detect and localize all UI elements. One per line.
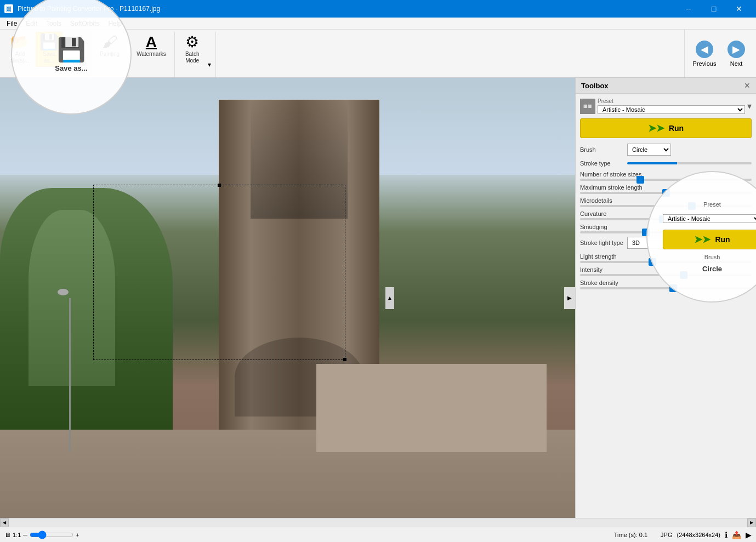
stroke-density-thumb[interactable] xyxy=(669,284,677,292)
zoom-plus[interactable]: + xyxy=(76,532,79,538)
ribbon: 💾 Save as... 📂 Addfile(s)... 💾 Saveas...… xyxy=(0,30,756,78)
microdetails-thumb[interactable] xyxy=(688,202,696,210)
next-button[interactable]: ▶ Next xyxy=(721,32,752,76)
brush-dropdown[interactable]: Circle Square xyxy=(627,144,671,156)
maximize-button[interactable]: □ xyxy=(701,0,726,18)
light-strength-thumb[interactable] xyxy=(649,258,656,266)
menu-file[interactable]: File xyxy=(2,19,21,28)
menu-bar: File Edit Tools SoftOrbits Help xyxy=(0,18,756,30)
status-bar: 🖥 1:1 ─ + Time (s): 0.1 JPG (2448x3264x2… xyxy=(0,527,756,542)
batch-mode-label: BatchMode xyxy=(185,51,200,64)
save-as-icon: 💾 xyxy=(39,35,59,50)
num-stroke-sizes-thumb[interactable] xyxy=(636,176,644,184)
menu-edit[interactable]: Edit xyxy=(21,19,42,28)
title-bar-left: 🖼 Picture to Painting Converter Pro - P1… xyxy=(4,4,160,13)
watermarks-button[interactable]: A Watermarks xyxy=(133,32,170,60)
menu-softorbits[interactable]: SoftOrbits xyxy=(66,19,104,28)
canvas-area[interactable]: ▶ ▲ xyxy=(0,78,575,518)
stroke-light-type-dropdown[interactable]: 3D 2D None xyxy=(627,237,671,249)
share-icon[interactable]: 📤 xyxy=(732,530,741,539)
scroll-track[interactable] xyxy=(9,518,747,527)
intensity-track[interactable] xyxy=(580,274,752,276)
lamp-post xyxy=(69,298,71,452)
redo-button[interactable]: ↪ xyxy=(72,46,87,60)
intensity-thumb[interactable] xyxy=(680,271,687,279)
num-stroke-sizes-track[interactable] xyxy=(580,179,752,181)
scroll-right-button[interactable]: ▶ xyxy=(747,518,756,527)
stroke-density-section: Stroke density xyxy=(580,279,752,289)
scroll-right-arrow[interactable]: ▶ xyxy=(564,287,575,309)
toolbox-body: ▦▦ Preset Artistic - Mosaic Oil Painting… xyxy=(576,94,756,518)
toolbox-close-button[interactable]: ✕ xyxy=(744,81,751,90)
background-buildings xyxy=(316,364,547,452)
brush-label: Brush xyxy=(580,146,624,153)
curvature-track[interactable] xyxy=(580,218,752,220)
processing-time: Time (s): 0.1 xyxy=(614,532,647,538)
smudging-label: Smudging xyxy=(580,224,752,230)
undo-label: Undo xyxy=(73,60,86,66)
batch-mode-icon: ⚙ xyxy=(185,35,199,50)
smudging-thumb[interactable] xyxy=(642,229,650,236)
max-stroke-length-thumb[interactable] xyxy=(662,189,670,197)
smudging-section: Smudging xyxy=(580,224,752,233)
smudging-track[interactable] xyxy=(580,231,752,233)
ribbon-file-group: 📂 Addfile(s)... 💾 Saveas... xyxy=(2,32,67,77)
batch-mode-button[interactable]: ⚙ BatchMode xyxy=(179,32,206,67)
title-bar: 🖼 Picture to Painting Converter Pro - P1… xyxy=(0,0,756,18)
max-stroke-length-track[interactable] xyxy=(580,192,752,194)
microdetails-track[interactable] xyxy=(580,205,752,207)
save-as-button[interactable]: 💾 Saveas... xyxy=(36,32,62,67)
preset-row: ▦▦ Preset Artistic - Mosaic Oil Painting… xyxy=(580,98,752,114)
file-dimensions: (2448x3264x24) xyxy=(677,532,720,538)
zoom-level: 1:1 xyxy=(13,532,21,538)
microdetails-label: Microdetails xyxy=(580,197,752,204)
undo-icon: ↩ xyxy=(76,33,83,44)
painting-button[interactable]: 🖌 Painting xyxy=(96,32,123,60)
ribbon-painting-group: 🖌 Painting xyxy=(92,32,128,77)
undo-button[interactable]: ↩ xyxy=(72,32,87,45)
add-files-label: Addfile(s)... xyxy=(11,51,29,64)
menu-help[interactable]: Help xyxy=(104,19,126,28)
stroke-light-type-row: Stroke light type 3D 2D None xyxy=(580,237,752,249)
preset-expand-icon: ▾ xyxy=(747,101,752,111)
tower-top xyxy=(251,100,347,219)
panel-collapse-arrow[interactable]: ▲ xyxy=(385,287,394,309)
microdetails-section: Microdetails xyxy=(580,197,752,207)
minimize-button[interactable]: ─ xyxy=(676,0,701,18)
intensity-section: Intensity xyxy=(580,266,752,276)
previous-button[interactable]: ◀ Previous xyxy=(689,32,720,76)
light-strength-label: Light strength xyxy=(580,253,752,260)
menu-tools[interactable]: Tools xyxy=(42,19,66,28)
zoom-minus[interactable]: ─ xyxy=(23,532,27,538)
file-format: JPG xyxy=(661,532,672,538)
add-files-button[interactable]: 📂 Addfile(s)... xyxy=(7,32,33,67)
curvature-thumb[interactable] xyxy=(659,215,667,223)
run-button[interactable]: ➤➤ Run xyxy=(580,118,752,138)
ribbon-watermarks-group: A Watermarks xyxy=(128,32,175,77)
preset-dropdown[interactable]: Artistic - Mosaic Oil Painting Watercolo… xyxy=(598,105,745,114)
redo-icon: ↪ xyxy=(76,48,83,58)
scroll-left-button[interactable]: ◀ xyxy=(0,518,9,527)
previous-icon: ◀ xyxy=(696,41,713,58)
curvature-section: Curvature xyxy=(580,210,752,220)
zoom-icon: 🖥 xyxy=(4,532,10,538)
close-button[interactable]: ✕ xyxy=(726,0,752,18)
toolbox-panel: Preset Artistic - Mosaic ➤➤ Run Brush Ci… xyxy=(575,78,756,518)
app-icon: 🖼 xyxy=(4,4,13,13)
light-strength-section: Light strength xyxy=(580,253,752,263)
previous-label: Previous xyxy=(693,60,717,67)
painting-label: Painting xyxy=(100,51,120,58)
brush-row: Brush Circle Square xyxy=(580,144,752,156)
next-icon: ▶ xyxy=(727,41,745,58)
horizontal-scrollbar: ◀ ▶ xyxy=(0,518,756,527)
tree-2 xyxy=(29,210,115,386)
num-stroke-sizes-label: Number of stroke sizes xyxy=(580,171,752,178)
intensity-label: Intensity xyxy=(580,266,752,273)
ribbon-batch-group: ⚙ BatchMode ▾ xyxy=(175,32,216,77)
stroke-type-slider[interactable] xyxy=(627,162,752,164)
zoom-slider[interactable] xyxy=(30,530,73,539)
stroke-density-track[interactable] xyxy=(580,287,752,289)
youtube-icon[interactable]: ▶ xyxy=(746,530,752,539)
light-strength-track[interactable] xyxy=(580,261,752,263)
canvas-image xyxy=(0,78,575,518)
